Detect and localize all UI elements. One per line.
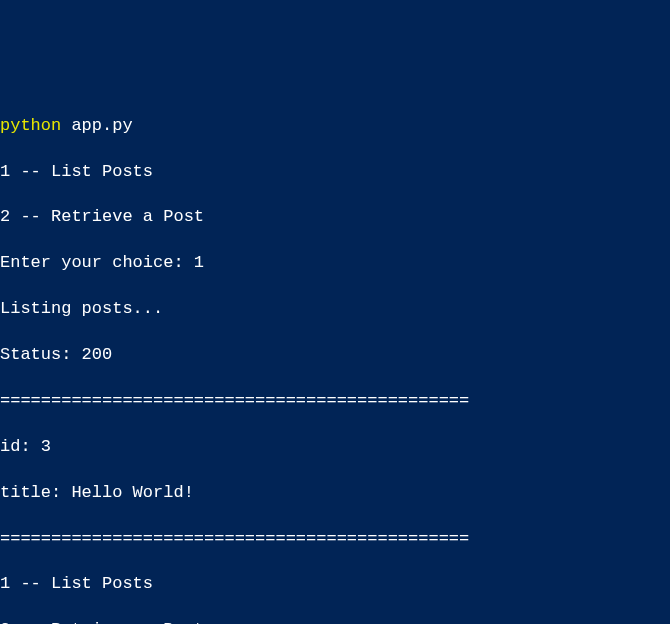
command-line: python app.py [0, 115, 670, 138]
menu-option-2: 2 -- Retrieve a Post [0, 206, 670, 229]
post-title: title: Hello World! [0, 482, 670, 505]
menu-option-2: 2 -- Retrieve a Post [0, 619, 670, 624]
menu-option-1: 1 -- List Posts [0, 573, 670, 596]
listing-action: Listing posts... [0, 298, 670, 321]
menu-option-1: 1 -- List Posts [0, 161, 670, 184]
choice-prompt: Enter your choice: 1 [0, 252, 670, 275]
terminal-output[interactable]: python app.py 1 -- List Posts 2 -- Retri… [0, 92, 670, 624]
command-executable: python [0, 116, 61, 135]
divider: ========================================… [0, 528, 670, 551]
post-id: id: 3 [0, 436, 670, 459]
status-line: Status: 200 [0, 344, 670, 367]
command-argument: app.py [71, 116, 132, 135]
divider: ========================================… [0, 390, 670, 413]
